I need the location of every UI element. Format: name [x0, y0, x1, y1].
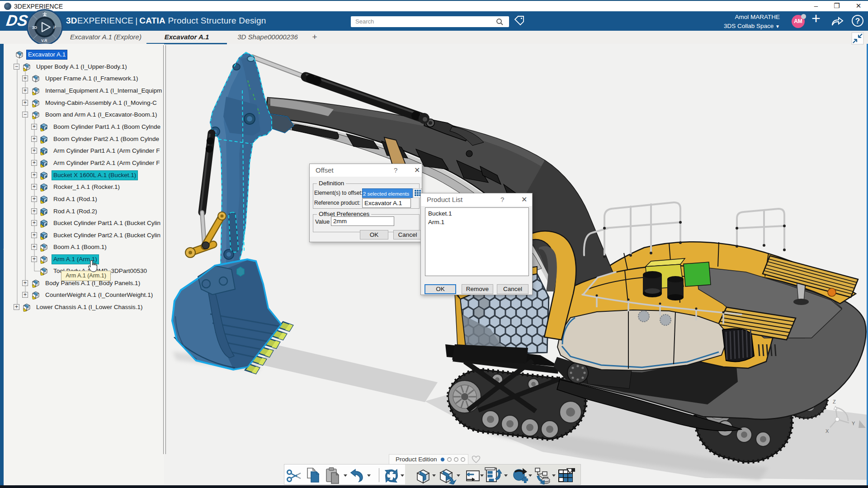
svg-text:X: X — [826, 428, 829, 434]
svg-text:3D: 3D — [32, 25, 37, 30]
svg-text:Z: Z — [833, 399, 836, 404]
svg-text:Y: Y — [852, 421, 855, 426]
svg-text:i²: i² — [53, 25, 56, 30]
svg-text:V.R: V.R — [41, 38, 47, 43]
